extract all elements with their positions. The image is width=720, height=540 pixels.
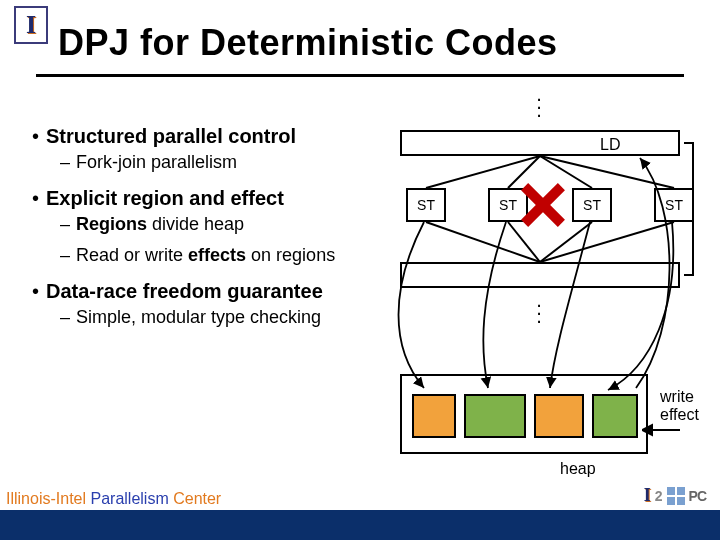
i2pc-logo: I 2 PC bbox=[644, 485, 706, 506]
bullet-1: •Structured parallel control –Fork-join … bbox=[32, 124, 402, 174]
i2pc-pc-glyph: PC bbox=[689, 488, 706, 504]
bullet-2-sub-2: –Read or write effects on regions bbox=[60, 245, 402, 267]
title-underline bbox=[36, 74, 684, 77]
svg-line-6 bbox=[540, 222, 592, 262]
bullet-1-sub-1: –Fork-join parallelism bbox=[60, 152, 402, 174]
bullet-2: •Explicit region and effect –Regions div… bbox=[32, 186, 402, 267]
footer-bar bbox=[0, 510, 720, 540]
heap-region-2 bbox=[464, 394, 526, 438]
heap-region-4 bbox=[592, 394, 638, 438]
thread-box-1: ST bbox=[406, 188, 446, 222]
i2pc-squares-icon bbox=[667, 487, 685, 505]
illinois-logo-glyph: I bbox=[26, 10, 36, 40]
svg-marker-9 bbox=[642, 425, 652, 435]
bullet-list: •Structured parallel control –Fork-join … bbox=[32, 124, 402, 340]
write-effect-label: write effect bbox=[660, 388, 699, 423]
heap-box bbox=[400, 374, 648, 454]
conflict-cross-icon bbox=[520, 182, 566, 228]
illinois-logo: I bbox=[14, 6, 48, 44]
i2pc-2-glyph: 2 bbox=[655, 488, 663, 504]
svg-line-7 bbox=[540, 222, 674, 262]
ellipsis-mid-icon: ... bbox=[534, 296, 544, 320]
bullet-1-text: Structured parallel control bbox=[46, 125, 296, 147]
heap-label: heap bbox=[560, 460, 596, 478]
bottom-task-bar bbox=[400, 262, 680, 288]
slide-title: DPJ for Deterministic Codes bbox=[58, 22, 558, 64]
bullet-2-text: Explicit region and effect bbox=[46, 187, 284, 209]
heap-region-3 bbox=[534, 394, 584, 438]
thread-box-3: ST bbox=[572, 188, 612, 222]
slide: { "title": "DPJ for Deterministic Codes"… bbox=[0, 0, 720, 540]
i2pc-i-glyph: I bbox=[644, 485, 651, 506]
footer-org: Illinois-Intel Parallelism Center bbox=[6, 490, 221, 508]
write-effect-arrow-icon bbox=[642, 423, 682, 441]
loop-bracket-icon bbox=[686, 142, 694, 276]
bullet-3-sub-1: –Simple, modular type checking bbox=[60, 307, 402, 329]
bullet-2-sub-1: –Regions divide heap bbox=[60, 214, 402, 236]
bullet-3: •Data-race freedom guarantee –Simple, mo… bbox=[32, 279, 402, 329]
bullet-3-text: Data-race freedom guarantee bbox=[46, 280, 323, 302]
diagram: ... LD ST ST ST ST ... bbox=[380, 88, 710, 488]
heap-region-1 bbox=[412, 394, 456, 438]
